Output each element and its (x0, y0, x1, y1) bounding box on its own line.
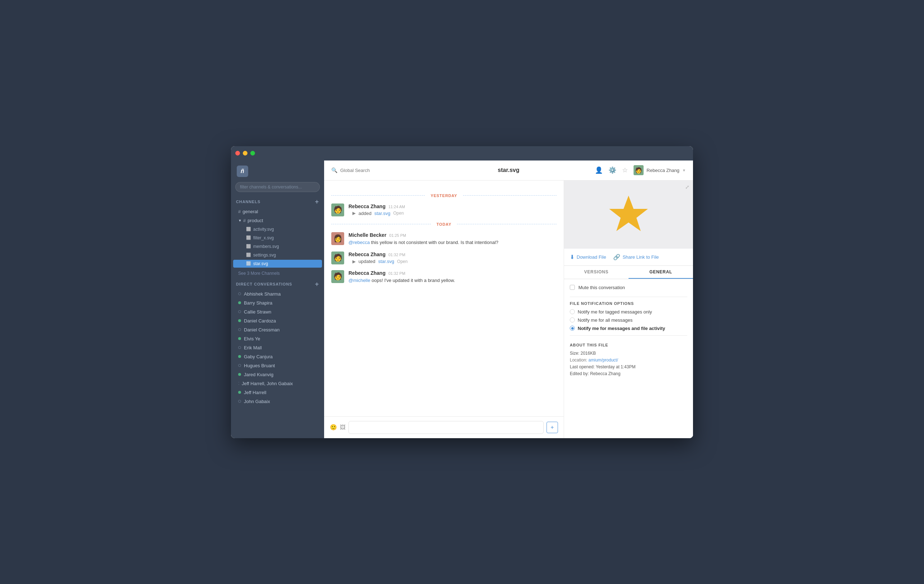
header-right: 👤 ⚙️ ☆ 🧑 Rebecca Zhang ▼ (595, 165, 686, 175)
dm-hugues[interactable]: Hugues Bruant (233, 362, 322, 370)
presence-online-icon (238, 391, 241, 394)
dm-john[interactable]: John Gabaix (233, 397, 322, 405)
dm-name: Elvis Ye (244, 336, 261, 341)
dm-daniel-cr[interactable]: Daniel Cressman (233, 326, 322, 334)
global-search-input[interactable] (340, 168, 400, 173)
download-file-button[interactable]: ⬇ Download File (570, 254, 606, 260)
location-link[interactable]: amium/product/ (588, 357, 618, 362)
sidebar-file-activity[interactable]: ⬜ activity.svg (233, 225, 322, 233)
message-header: Rebecca Zhang 01:32 PM (348, 251, 556, 257)
user-name: Rebecca Zhang (647, 168, 680, 173)
app-logo: ñ (237, 165, 248, 177)
dm-barry[interactable]: Barry Shapira (233, 299, 322, 307)
presence-online-icon (238, 373, 241, 376)
dm-abhishek[interactable]: Abhishek Sharma (233, 290, 322, 298)
filter-input[interactable] (235, 182, 320, 192)
dm-name: Callie Strawn (244, 309, 271, 314)
date-divider-today: TODAY (331, 222, 556, 227)
mute-row: Mute this conversation (570, 285, 687, 290)
dm-jeff-john[interactable]: ⁚ Jeff Harrell, John Gabaix (233, 379, 322, 388)
chat-input[interactable] (348, 421, 544, 434)
share-link-button[interactable]: 🔗 Share Link to File (613, 254, 658, 260)
avatar: 🧑 (331, 203, 344, 217)
open-file-button[interactable]: Open (393, 211, 404, 216)
date-divider-yesterday: YESTERDAY (331, 194, 556, 198)
radio-all-label: Notify me for all messages (578, 318, 632, 323)
radio-tagged-button[interactable] (570, 309, 575, 314)
tab-versions[interactable]: VERSIONS (564, 266, 629, 279)
expand-icon[interactable]: ⤢ (685, 184, 690, 190)
presence-offline-icon (238, 328, 241, 331)
radio-activity-button[interactable] (570, 326, 575, 331)
file-icon: ⬜ (246, 235, 251, 240)
radio-all: Notify me for all messages (570, 318, 687, 323)
sidebar-logo: ñ (231, 160, 324, 180)
settings-icon[interactable]: ⚙️ (609, 166, 616, 174)
dm-name: Daniel Cardoza (244, 318, 276, 324)
dm-name: Abhishek Sharma (244, 291, 281, 297)
file-icon: ⬜ (246, 227, 251, 232)
file-action-text: added (358, 211, 371, 216)
mute-label: Mute this conversation (578, 285, 625, 290)
see-more-channels[interactable]: See 3 More Channels (233, 269, 322, 278)
file-actions: ⬇ Download File 🔗 Share Link to File (564, 249, 693, 266)
star-icon[interactable]: ☆ (622, 166, 628, 174)
dm-jeff[interactable]: Jeff Harrell (233, 389, 322, 397)
see-more-label: See 3 More Channels (238, 271, 280, 276)
open-file-button[interactable]: Open (397, 259, 408, 264)
arrow-icon: ▶ (352, 259, 356, 264)
sidebar-file-filter[interactable]: ⬜ filter_x.svg (233, 234, 322, 242)
dm-jared[interactable]: Jared Kvanvig (233, 371, 322, 379)
minimize-button[interactable] (243, 151, 248, 156)
add-dm-button[interactable]: + (315, 281, 319, 287)
dm-gaby[interactable]: Gaby Canjura (233, 352, 322, 361)
file-panel: ⤢ ⬇ Download File 🔗 Share Lin (564, 180, 693, 438)
profile-icon[interactable]: 👤 (595, 166, 603, 174)
file-ref-content: ▶ added star.svg Open (352, 211, 404, 216)
share-label: Share Link to File (622, 255, 658, 260)
avatar: 👩 (331, 232, 344, 245)
dm-name: Hugues Bruant (244, 363, 275, 368)
sidebar-file-settings[interactable]: ⬜ settings.svg (233, 251, 322, 259)
dm-erik[interactable]: Erik Mall (233, 344, 322, 352)
presence-offline-icon (238, 346, 241, 349)
file-link[interactable]: star.svg (378, 259, 394, 264)
divider (570, 335, 687, 336)
avatar: 🧑 (331, 251, 344, 265)
message-time: 11:24 AM (388, 205, 405, 209)
send-button[interactable]: + (546, 422, 558, 433)
file-name-filter: filter_x.svg (253, 235, 274, 240)
about-section: ABOUT THIS FILE Size: 2016KB Location: a… (570, 343, 687, 376)
dm-elvis[interactable]: Elvis Ye (233, 335, 322, 343)
dm-daniel-c[interactable]: Daniel Cardoza (233, 317, 322, 325)
sidebar-item-product[interactable]: ▼ # product (233, 217, 322, 225)
dm-callie[interactable]: Callie Strawn (233, 308, 322, 316)
titlebar (231, 146, 693, 160)
panel-content: Mute this conversation FILE NOTIFICATION… (564, 279, 693, 438)
file-icon: ⬜ (246, 261, 251, 266)
dm-name: Daniel Cressman (244, 327, 280, 333)
channels-label: CHANNELS (236, 200, 261, 204)
radio-all-button[interactable] (570, 318, 575, 323)
file-link[interactable]: star.svg (374, 211, 390, 216)
tab-general[interactable]: GENERAL (629, 266, 693, 279)
content-split: YESTERDAY 🧑 Rebecca Zhang 11:2 (324, 180, 693, 438)
message-text: @rebecca this yellow is not consistent w… (348, 239, 556, 246)
panel-tabs: VERSIONS GENERAL (564, 266, 693, 279)
hash-icon: # (243, 218, 246, 223)
main-area: 🔍 star.svg 👤 ⚙️ ☆ 🧑 Rebecca Zhang ▼ (324, 160, 693, 438)
image-icon[interactable]: 🖼 (340, 424, 346, 431)
add-channel-button[interactable]: + (315, 199, 319, 205)
sidebar-item-general[interactable]: # general (233, 207, 322, 216)
sidebar-file-star[interactable]: ⬜ star.svg (233, 260, 322, 268)
mention: @michelle (348, 278, 370, 283)
mute-checkbox[interactable] (570, 285, 575, 290)
user-badge[interactable]: 🧑 Rebecca Zhang ▼ (634, 165, 686, 175)
close-button[interactable] (235, 151, 240, 156)
emoji-icon[interactable]: 🙂 (330, 424, 337, 431)
about-size: Size: 2016KB (570, 351, 687, 356)
maximize-button[interactable] (250, 151, 255, 156)
sidebar-file-members[interactable]: ⬜ members.svg (233, 243, 322, 250)
message-time: 01:25 PM (389, 233, 406, 238)
chat-area: YESTERDAY 🧑 Rebecca Zhang 11:2 (324, 180, 564, 438)
